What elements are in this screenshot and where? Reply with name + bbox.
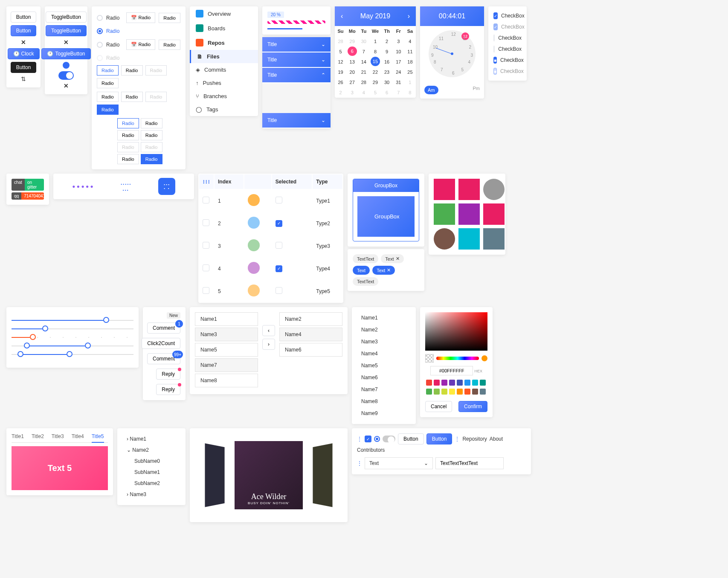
swatch[interactable] [449, 389, 455, 395]
swatch[interactable] [464, 380, 470, 386]
next-month-icon[interactable]: › [408, 12, 410, 20]
cal-day[interactable]: 11 [404, 46, 416, 57]
swatch[interactable] [434, 380, 440, 386]
hue-slider[interactable] [436, 357, 479, 360]
togglebutton-3[interactable]: 🕐 ToggleButton [41, 48, 90, 59]
slider[interactable] [12, 328, 133, 329]
cal-day[interactable]: 28 [335, 36, 346, 46]
list-item[interactable]: Name8 [357, 396, 411, 407]
list-item[interactable]: Name6 [279, 343, 342, 357]
list-item[interactable]: Name1 [357, 312, 411, 323]
radio-circle-icon[interactable] [63, 62, 70, 69]
list-item[interactable]: Name4 [279, 328, 342, 341]
swatch[interactable] [472, 389, 478, 395]
cal-day[interactable]: 6 [381, 87, 393, 98]
toolbar-link[interactable]: Repository [462, 436, 487, 442]
swatch[interactable] [426, 380, 432, 386]
cal-day[interactable]: 31 [393, 77, 404, 87]
tab[interactable]: Title2 [32, 433, 44, 440]
toolbar-button[interactable]: Button [398, 433, 424, 444]
table-row[interactable]: 1Type1 [199, 190, 342, 212]
list-item[interactable]: Name5 [195, 343, 258, 357]
radio-btn[interactable]: Radio [159, 13, 180, 23]
cal-day[interactable]: 7 [393, 87, 404, 98]
toolbar-radio[interactable] [374, 436, 380, 442]
nav-commits[interactable]: ◈Commits [190, 63, 258, 76]
confirm-button[interactable]: Confirm [458, 401, 487, 412]
tree-item[interactable]: ⌄ Name2 [122, 444, 180, 456]
clock-face[interactable]: 12 12 3 6 9 1 2 4 5 7 8 10 11 [429, 30, 476, 77]
cal-day[interactable]: 7 [358, 46, 369, 57]
row-check[interactable] [203, 264, 209, 271]
row-check[interactable] [203, 242, 209, 249]
slider-ticks[interactable] [12, 337, 133, 338]
cal-day[interactable]: 23 [381, 67, 393, 77]
accordion-header[interactable]: Title⌄ [262, 52, 331, 67]
table-row[interactable]: 5Type5 [199, 280, 342, 302]
list-item[interactable]: Name1 [195, 312, 258, 326]
list-item[interactable]: Name8 [195, 374, 258, 387]
cal-day[interactable]: 1 [404, 77, 416, 87]
sel-check[interactable] [276, 287, 282, 294]
radio-icon[interactable] [97, 55, 103, 61]
nav-tags[interactable]: ◯Tags [190, 103, 258, 116]
slider[interactable] [12, 320, 133, 321]
toolbar-check[interactable]: ✓ [365, 436, 371, 442]
radio-btn[interactable]: Radio [121, 92, 143, 102]
nav-repos[interactable]: Repos [190, 35, 258, 50]
drag-handle-icon[interactable]: ⋮ [357, 436, 362, 442]
cal-day[interactable]: 17 [393, 57, 404, 67]
cancel-button[interactable]: Cancel [425, 401, 452, 412]
tree-item[interactable]: › Name1 [122, 433, 180, 444]
sel-check[interactable] [276, 197, 282, 203]
radio-btn[interactable]: Radio [97, 105, 119, 115]
cal-day-selected[interactable]: 15 [371, 57, 380, 66]
tree-subitem[interactable]: SubName0 [122, 456, 180, 467]
click-button[interactable]: Click2Count [142, 338, 180, 349]
drag-handle-icon[interactable]: ⋮ [357, 460, 362, 466]
list-item[interactable]: Name7 [195, 358, 258, 372]
radio-icon[interactable] [97, 15, 103, 21]
accordion-header[interactable]: Title⌄ [262, 37, 331, 52]
list-item[interactable]: Name5 [357, 360, 411, 371]
checkbox[interactable] [493, 46, 495, 52]
carousel-item[interactable] [313, 443, 332, 507]
cal-day[interactable]: 3 [393, 36, 404, 46]
toolbar-link[interactable]: Contributors [357, 447, 385, 453]
cal-day[interactable]: 5 [335, 46, 346, 57]
cal-day[interactable]: 22 [369, 67, 381, 77]
list-item[interactable]: Name2 [279, 312, 342, 326]
toolbar-input[interactable] [435, 457, 504, 469]
radio-btn[interactable]: Radio [141, 154, 162, 164]
radio-btn[interactable]: Radio [117, 118, 139, 128]
close-icon[interactable]: ✕ [64, 39, 69, 46]
radio-btn[interactable]: Radio [117, 130, 139, 140]
tab[interactable]: Title5 [92, 433, 104, 443]
cal-day[interactable]: 1 [369, 36, 381, 46]
reply-button[interactable]: Reply [156, 369, 180, 380]
toolbar-button-primary[interactable]: Button [426, 433, 452, 444]
list-item[interactable]: Name9 [357, 408, 411, 419]
tree-subitem[interactable]: SubName1 [122, 467, 180, 478]
prev-month-icon[interactable]: ‹ [341, 12, 343, 20]
slider-range[interactable] [12, 354, 133, 355]
list-item[interactable]: Name2 [357, 324, 411, 335]
tab[interactable]: Title3 [52, 433, 64, 440]
swatch[interactable] [457, 389, 463, 395]
am-button[interactable]: Am [424, 86, 438, 94]
close-icon[interactable]: ✕ [64, 82, 69, 89]
cal-day[interactable]: 5 [369, 87, 381, 98]
cal-day[interactable]: 9 [381, 46, 393, 57]
cal-day[interactable]: 12 [335, 57, 346, 67]
cal-day[interactable]: 26 [335, 77, 346, 87]
reply-button[interactable]: Reply [156, 384, 180, 395]
button-default[interactable]: Button [11, 12, 37, 23]
accordion-header[interactable]: Title⌄ [262, 113, 331, 128]
cal-day[interactable]: 13 [346, 57, 358, 67]
radio-btn[interactable]: Radio [121, 65, 143, 76]
cal-day[interactable]: 29 [369, 77, 381, 87]
list-item[interactable]: Name4 [357, 348, 411, 359]
table-row[interactable]: 3Type3 [199, 235, 342, 257]
swatch[interactable] [434, 389, 440, 395]
list-item[interactable]: Name3 [195, 328, 258, 341]
